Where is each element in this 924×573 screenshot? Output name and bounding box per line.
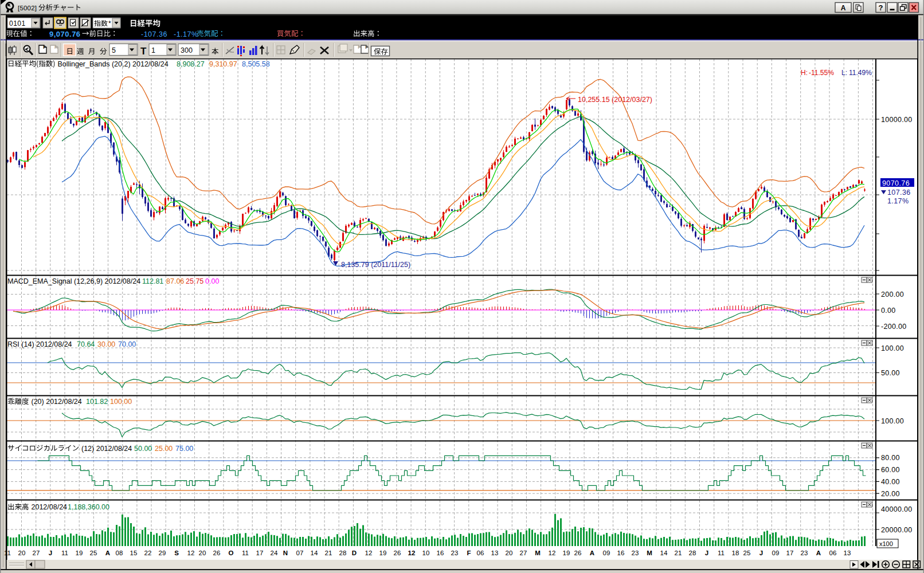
svg-text:-107.36: -107.36	[141, 30, 167, 38]
svg-text:5: 5	[112, 46, 116, 54]
svg-text:-1.17%: -1.17%	[174, 30, 198, 38]
svg-text:A: A	[841, 4, 846, 12]
svg-text:1: 1	[151, 46, 155, 54]
svg-text:9,070.76: 9,070.76	[49, 30, 81, 38]
svg-text:P: P	[43, 45, 46, 50]
svg-text:*: *	[108, 19, 111, 28]
svg-text:300: 300	[181, 46, 193, 54]
svg-text:0101: 0101	[9, 19, 26, 28]
svg-text:R: R	[54, 45, 58, 50]
svg-text:?: ?	[879, 3, 883, 12]
svg-text:[5002]: [5002]	[18, 5, 37, 11]
svg-text:T: T	[140, 46, 147, 57]
